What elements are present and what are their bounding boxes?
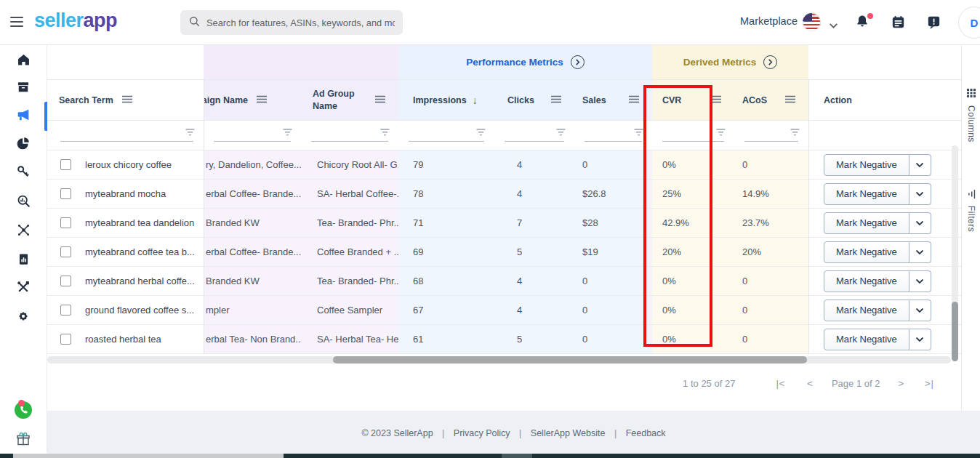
column-menu-icon[interactable] [785,95,795,105]
column-header-sales[interactable]: Sales [574,80,652,120]
column-header-impressions[interactable]: Impressions ↓ [398,80,494,120]
mark-negative-button[interactable]: Mark Negative [824,154,909,176]
filter-clicks[interactable] [494,121,574,150]
sidebar-item-reports[interactable] [0,246,47,274]
filter-funnel-icon[interactable] [716,126,726,140]
sidebar-item-tracking[interactable] [0,217,47,245]
table-row[interactable]: myteabrand coffee tea b... erbal Coffee-… [47,238,961,267]
mark-negative-button[interactable]: Mark Negative [824,241,909,263]
filter-funnel-icon[interactable] [185,126,195,140]
sidebar-item-research[interactable] [0,188,47,216]
filters-panel-toggle[interactable]: Filters [962,188,980,232]
privacy-policy-link[interactable]: Privacy Policy [454,428,510,438]
bottom-scrollbar-thumb[interactable] [13,454,284,458]
column-header-ad-group-name[interactable]: Ad Group Name [301,80,398,120]
horizontal-scrollbar-thumb[interactable] [333,356,807,363]
columns-panel-toggle[interactable]: Columns [962,87,980,142]
table-row[interactable]: leroux chicory coffee ry, Dandelion, Cof… [47,150,961,180]
table-row[interactable]: myteabrand mocha erbal Coffee- Brande...… [47,180,961,209]
mark-negative-dropdown-toggle[interactable] [909,183,931,205]
mark-negative-button[interactable]: Mark Negative [824,270,909,292]
table-row[interactable]: myteabrand herbal coffe... Branded KW Te… [47,267,961,296]
filter-funnel-icon[interactable] [634,126,643,140]
row-checkbox[interactable] [60,246,71,257]
marketplace-chevron-down-icon[interactable] [829,19,838,32]
column-menu-icon[interactable] [711,95,721,105]
mark-negative-dropdown-toggle[interactable] [909,241,931,263]
sellerapp-website-link[interactable]: SellerApp Website [531,428,606,438]
mark-negative-button[interactable]: Mark Negative [824,212,909,234]
row-checkbox[interactable] [60,188,71,199]
row-checkbox[interactable] [60,276,71,286]
mark-negative-dropdown-toggle[interactable] [909,300,931,321]
bottom-scrollbar[interactable] [0,454,980,458]
global-search[interactable] [180,10,403,35]
mark-negative-button[interactable]: Mark Negative [824,300,909,321]
column-header-campaign-name[interactable]: Campaign Name [204,80,301,120]
mark-negative-dropdown-toggle[interactable] [909,212,931,234]
search-input[interactable] [206,17,395,28]
sidebar-item-home[interactable] [0,47,47,75]
row-checkbox[interactable] [60,159,71,170]
column-menu-icon[interactable] [375,95,385,105]
sidebar-item-tools[interactable] [0,275,47,302]
column-menu-icon[interactable] [257,95,267,105]
column-menu-icon[interactable] [629,95,639,105]
menu-toggle-icon[interactable] [10,17,25,28]
sidebar-item-analytics[interactable] [0,131,47,158]
notifications-bell-icon[interactable] [854,13,872,32]
sidebar-item-advertising[interactable] [0,103,47,130]
whatsapp-support-button[interactable] [0,398,47,425]
filter-campaign-name[interactable] [204,121,301,150]
rewards-button[interactable] [0,427,47,454]
last-page-button[interactable]: >| [925,378,934,389]
filter-sales[interactable] [574,121,652,150]
filter-funnel-icon[interactable] [476,126,486,140]
filter-acos[interactable] [734,121,808,150]
filter-funnel-icon[interactable] [283,126,292,140]
feedback-icon[interactable] [925,14,944,33]
table-row[interactable]: ground flavored coffee s... mpler Coffee… [47,296,961,325]
sellerapp-logo[interactable]: sellerapp [34,9,117,32]
calendar-icon[interactable] [890,14,909,33]
expand-performance-icon[interactable] [571,55,585,69]
mark-negative-dropdown-toggle[interactable] [909,329,931,350]
first-page-button[interactable]: |< [776,378,785,389]
filter-funnel-icon[interactable] [556,126,566,140]
column-header-clicks[interactable]: Clicks [494,80,574,120]
row-checkbox[interactable] [60,305,71,316]
user-avatar[interactable]: D [958,7,980,39]
clicks-cell: 4 [494,296,574,324]
mark-negative-dropdown-toggle[interactable] [909,154,931,176]
next-page-button[interactable]: > [898,378,904,389]
feedback-link[interactable]: Feedback [626,428,666,438]
row-checkbox[interactable] [60,217,71,228]
sort-desc-icon[interactable]: ↓ [473,95,478,106]
expand-derived-icon[interactable] [763,55,777,69]
vertical-scrollbar-thumb[interactable] [952,302,958,361]
filter-funnel-icon[interactable] [790,126,800,140]
sidebar-item-settings[interactable] [0,304,47,332]
sidebar-item-keywords[interactable] [0,159,47,187]
column-header-search-term[interactable]: Search Term [47,80,204,120]
filter-impressions[interactable] [398,121,494,150]
table-row[interactable]: myteabrand tea dandelion Branded KW Tea-… [47,209,961,238]
previous-page-button[interactable]: < [807,378,814,389]
filter-funnel-icon[interactable] [380,126,390,140]
mark-negative-button[interactable]: Mark Negative [824,183,909,205]
column-header-acos[interactable]: ACoS [734,80,808,120]
mark-negative-button[interactable]: Mark Negative [824,329,909,350]
row-checkbox[interactable] [60,334,71,345]
filter-ad-group-name[interactable] [301,121,398,150]
marketplace-flag-us-icon[interactable] [803,13,821,31]
sidebar-item-products[interactable] [0,75,47,103]
sales-cell: 0 [574,296,652,324]
table-row[interactable]: roasted herbal tea erbal Tea- Non Brand.… [47,325,961,354]
filter-cvr[interactable] [652,121,734,150]
filter-search-term[interactable] [47,121,204,150]
mark-negative-dropdown-toggle[interactable] [909,270,931,292]
column-menu-icon[interactable] [122,95,132,105]
column-menu-icon[interactable] [551,95,561,105]
column-header-cvr[interactable]: CVR [652,80,734,120]
right-tool-rail: Columns Filters [961,45,980,411]
